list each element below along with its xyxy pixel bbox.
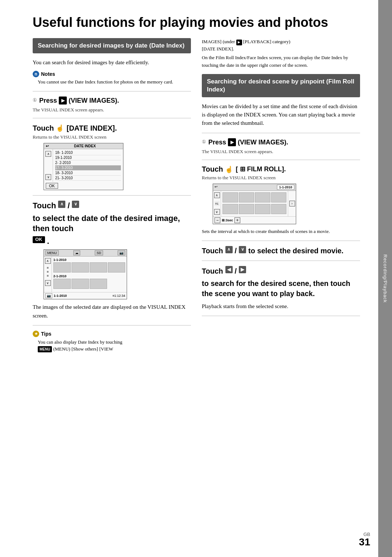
right-step-1-sub: The VISUAL INDEX screen appears. [202, 149, 360, 155]
fr-bottom: − ⊞:3sec + [213, 216, 296, 224]
right-section-header: Searching for desired scene by pinpoint … [202, 74, 360, 97]
vi-cam2: 📷 [118, 250, 125, 255]
step-1-text: Press ▶ (VIEW IMAGES). [39, 97, 119, 105]
notes-text: You cannot use the Date Index function f… [33, 79, 191, 85]
screen-footer: OK [44, 182, 123, 190]
fr-plus-btn[interactable]: + [234, 217, 240, 223]
fr-back-btn: ↩ [215, 185, 217, 190]
touch-date-index-step: Touch ☝ [DATE INDEX]. [33, 123, 191, 133]
up-arrow-btn-2: ∧ [225, 246, 233, 253]
right-note2: On the Film Roll Index/Face Index screen… [202, 54, 360, 69]
vi-grid-1 [53, 262, 125, 273]
date-row: 21- 3-2010 [55, 176, 121, 181]
page-container: Useful functions for playing movies and … [0, 0, 392, 557]
vi-side-nav: ∧ ≡≡≡ ∨ [44, 257, 52, 292]
date-row-selected: 17- 3-2010 [55, 165, 121, 171]
screen-list: 18- 1-2010 19-1-2010 2- 2-2010 17- 3-201… [53, 149, 123, 182]
fr-nav-up[interactable]: ∧ [214, 192, 220, 198]
date-row: 18- 3-2010 [55, 171, 121, 176]
vi-thumb [90, 279, 107, 289]
divider-r5 [202, 316, 360, 316]
screen-body: ∧ ∨ 18- 1-2010 19-1-2010 2- 2-2010 17- 3… [44, 149, 123, 182]
fr-thumb [239, 192, 254, 202]
divider-2 [33, 118, 191, 118]
fr-thumb [222, 204, 238, 214]
vi-thumb [90, 262, 107, 273]
vi-grid-2 [53, 279, 125, 289]
page-number: 31 [359, 536, 370, 548]
nav-up[interactable]: ∧ [45, 151, 51, 157]
side-tab: Recording/Playback [378, 0, 392, 557]
menu-btn: MENU [45, 250, 59, 255]
big-touch-step: Touch ∧ / ∨ to select the date of the de… [33, 201, 191, 246]
pre-header-text: IMAGES] (under ▶ [PLAYBACK] category) [D… [202, 38, 360, 53]
vi-thumb [53, 262, 71, 273]
date-index-sub: Returns to the VISUAL INDEX screen [33, 134, 191, 140]
divider-4 [33, 325, 191, 325]
vi-bottom: 📷 1-1-2010 ≡1:12:34 [44, 292, 127, 299]
ok-badge: OK [33, 236, 45, 243]
playback-icon-1: ▶ [59, 97, 67, 105]
fr-content: ∧ ≡1 ∨ [213, 191, 296, 216]
left-section-header: Searching for desired images by date (Da… [33, 38, 191, 53]
fr-left-nav: ∧ ≡1 ∨ [213, 191, 221, 216]
fr-nav-down[interactable]: ∨ [214, 209, 220, 215]
vi-content: ∧ ≡≡≡ ∨ 1-1-2010 2-1 [44, 257, 127, 292]
nav-up-vi[interactable]: ∧ [45, 258, 51, 264]
ok-button[interactable]: OK [46, 183, 58, 189]
vi-lines: ≡≡≡ [47, 266, 49, 278]
fr-nav-right[interactable]: › [289, 201, 295, 206]
notes-box: n Notes You cannot use the Date Index fu… [33, 71, 191, 85]
fr-thumb [271, 192, 287, 202]
date-row: 18- 1-2010 [55, 150, 121, 155]
fr-date-badge: 1-1-2010 [277, 185, 294, 190]
nav-down[interactable]: ∨ [45, 174, 51, 180]
right-column: IMAGES] (under ▶ [PLAYBACK] category) [D… [202, 38, 360, 535]
touch-filmroll-step: Touch ☝ [ ⊞ FILM ROLL]. [202, 165, 360, 173]
fr-thumb [222, 192, 238, 202]
right-arrow-btn: ▶ [239, 266, 246, 273]
vi-bottom-date: 1-1-2010 [54, 294, 67, 298]
touch4-step: Touch ◀ / ▶ to search for the desired sc… [202, 266, 360, 299]
up-arrow-btn: ∧ [58, 201, 65, 208]
divider-r3 [202, 241, 360, 241]
fr-thumb [239, 204, 254, 214]
vi-thumb [53, 279, 71, 289]
divider-r4 [202, 261, 360, 261]
divider-r1 [202, 133, 360, 133]
playback-icon-2: ▶ [228, 138, 236, 146]
film-roll-screen: ↩ 1-1-2010 ∧ ≡1 ∨ [213, 184, 296, 224]
vi-toolbar: MENU ☁ SD 📷 [44, 250, 127, 257]
notes-icon: n [33, 71, 39, 77]
right-step-1-text: Press ▶ (VIEW IMAGES). [208, 138, 288, 147]
touch-label: Touch ☝ [33, 124, 64, 132]
fr-thumb [255, 192, 270, 202]
right-step-1: ① Press ▶ (VIEW IMAGES). [202, 138, 360, 147]
screen-title: DATE INDEX [74, 144, 96, 148]
right-step-1-num: ① [202, 139, 206, 145]
vi-thumb [72, 262, 89, 273]
two-col-layout: Searching for desired images by date (Da… [33, 38, 360, 535]
left-column: Searching for desired images by date (Da… [33, 38, 191, 535]
vi-date2: 2-1-2010 [53, 274, 125, 278]
nav-down-vi[interactable]: ∨ [45, 280, 51, 286]
divider-1 [33, 91, 191, 91]
tips-box: ★ Tips You can also display Date Index b… [33, 331, 191, 353]
page-title: Useful functions for playing movies and … [33, 15, 360, 30]
vi-bottom-time: ≡1:12:34 [113, 294, 125, 298]
vi-sd: SD [95, 250, 103, 255]
left-intro: You can search for desired images by dat… [33, 58, 191, 67]
step-1-num: ① [33, 97, 37, 103]
film-roll-label: [ ⊞ FILM ROLL]. [236, 165, 286, 173]
step-1: ① Press ▶ (VIEW IMAGES). [33, 97, 191, 105]
touch3-step: Touch ∧ / ∨ to select the desired movie. [202, 246, 360, 255]
fr-right-nav: › [288, 191, 296, 216]
step-1-sub: The VISUAL INDEX screen appears. [33, 107, 191, 113]
vi-date1: 1-1-2010 [53, 258, 125, 262]
menu-badge: MENU [38, 346, 52, 352]
fr-minus-btn[interactable]: − [215, 217, 220, 223]
date-index-screen: ↩ DATE INDEX ∧ ∨ 18- 1-2010 19-1-2010 2-… [44, 143, 123, 190]
vi-bottom-cam: 📷 [45, 293, 52, 298]
date-row: 2- 2-2010 [55, 160, 121, 165]
date-index-label: [DATE INDEX]. [67, 123, 117, 133]
